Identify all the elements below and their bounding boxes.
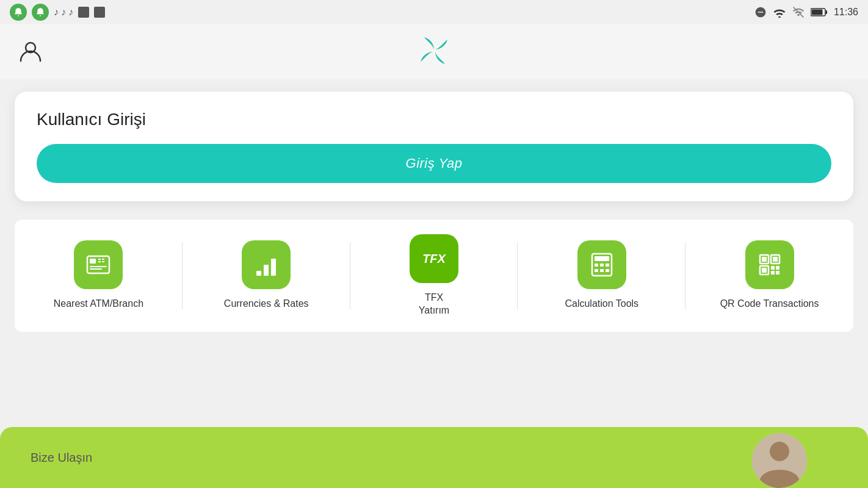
user-icon[interactable] [18,38,43,65]
music-icons: ♪ ♪ ♪ [54,7,73,18]
status-right-icons: 11:36 [754,6,858,18]
tfx-text: TFX [422,252,446,266]
atm-label: Nearest ATM/Branch [54,298,143,310]
header [0,24,868,79]
login-card: Kullanıcı Girişi Giriş Yap [15,92,853,201]
status-bar: ♪ ♪ ♪ 11:36 [0,0,868,24]
calculator-icon [587,250,617,279]
bottom-person [752,433,807,488]
quick-item-atm[interactable]: Nearest ATM/Branch [15,220,183,332]
bottom-title: Bize Ulaşın [31,451,92,465]
svg-rect-11 [90,266,107,267]
main-content: Kullanıcı Girişi Giriş Yap Nearest ATM/B… [0,79,868,344]
svg-rect-23 [606,269,609,272]
clock: 11:36 [834,7,858,18]
svg-rect-32 [771,271,775,274]
quick-access-row: Nearest ATM/Branch Currencies & Rates TF… [15,220,853,332]
tfx-icon-wrap: TFX [410,234,458,283]
currencies-icon-wrap [242,240,291,289]
qr-icon-wrap [745,240,794,289]
svg-rect-30 [771,266,775,270]
svg-rect-8 [102,259,104,260]
currencies-label: Currencies & Rates [224,298,309,310]
battery-icon [811,7,828,17]
square-icon-1 [78,7,89,18]
svg-rect-27 [773,257,778,262]
signal-icon [792,6,805,18]
calculation-icon-wrap [577,240,626,289]
svg-rect-3 [825,10,827,14]
svg-rect-19 [600,264,604,267]
calculation-label: Calculation Tools [565,298,638,310]
currencies-icon [251,250,281,279]
svg-rect-33 [776,271,779,274]
svg-rect-2 [811,10,822,15]
qr-icon [755,250,784,279]
bottom-section: Bize Ulaşın [0,427,868,488]
svg-rect-13 [256,271,261,276]
quick-item-qr[interactable]: QR Code Transactions [685,220,853,332]
svg-rect-7 [98,259,101,260]
quick-item-tfx[interactable]: TFX TFX Yatırım [350,220,518,332]
svg-rect-18 [595,264,598,267]
status-left-icons: ♪ ♪ ♪ [10,4,105,21]
minus-icon [754,6,767,18]
svg-rect-10 [102,261,104,262]
qr-label: QR Code Transactions [720,298,819,310]
wifi-icon [773,7,786,18]
svg-rect-29 [762,268,767,273]
svg-rect-15 [271,259,276,276]
svg-rect-20 [606,264,609,267]
music-note-3: ♪ [68,7,73,18]
svg-rect-6 [90,259,96,264]
quick-item-calculation[interactable]: Calculation Tools [518,220,685,332]
tfx-label: TFX Yatırım [419,292,449,317]
svg-rect-25 [762,257,767,262]
svg-rect-31 [776,266,779,270]
svg-rect-21 [595,269,598,272]
svg-rect-14 [264,265,269,276]
quick-item-currencies[interactable]: Currencies & Rates [183,220,350,332]
notification2-icon [32,4,49,21]
svg-rect-9 [98,261,101,262]
login-button[interactable]: Giriş Yap [37,144,831,183]
svg-point-35 [770,442,789,461]
atm-icon-wrap [74,240,123,289]
music-note-2: ♪ [61,7,66,18]
login-title: Kullanıcı Girişi [37,110,831,129]
square-icon-2 [94,7,105,18]
logo [416,32,452,71]
person-avatar [752,433,807,488]
svg-rect-17 [595,256,609,261]
atm-icon [84,250,113,279]
music-note-1: ♪ [54,7,59,18]
notification-icon [10,4,27,21]
svg-rect-12 [90,268,102,270]
svg-rect-22 [600,269,604,272]
